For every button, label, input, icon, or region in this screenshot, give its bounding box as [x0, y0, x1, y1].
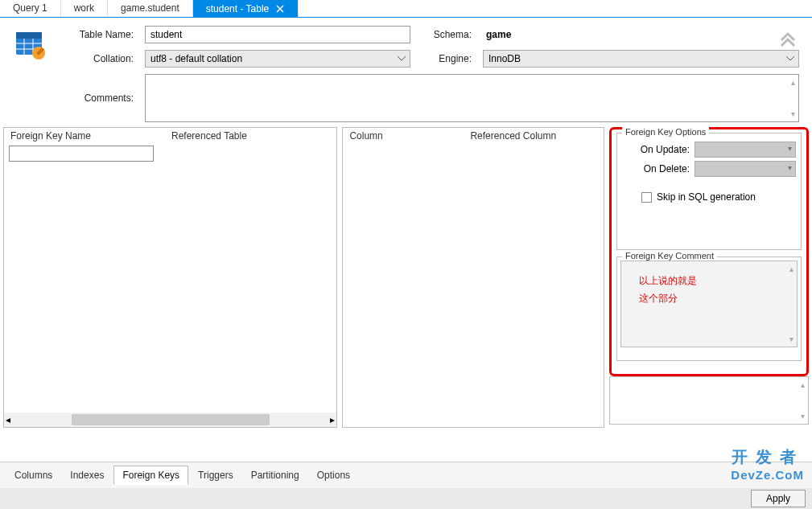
tab-game-student[interactable]: game.student — [108, 0, 193, 17]
engine-label: Engine: — [418, 53, 475, 64]
fk-comment-title: Foreign Key Comment — [622, 251, 717, 261]
tab-indexes[interactable]: Indexes — [62, 466, 112, 484]
collapse-icon[interactable] — [778, 29, 798, 48]
tab-triggers[interactable]: Triggers — [190, 466, 241, 484]
collation-value: utf8 - default collation — [150, 53, 242, 64]
tab-partitioning[interactable]: Partitioning — [243, 466, 307, 484]
fk-name-input[interactable] — [9, 146, 154, 162]
chevron-down-icon: ▾ — [788, 144, 792, 153]
scroll-right-icon[interactable]: ▸ — [330, 414, 335, 425]
comments-label: Comments: — [56, 92, 137, 104]
col-column[interactable]: Column — [343, 128, 464, 144]
engine-select[interactable]: InnoDB — [483, 50, 799, 68]
tab-options[interactable]: Options — [309, 466, 358, 484]
skip-sql-label: Skip in SQL generation — [657, 191, 756, 203]
scroll-down-icon[interactable]: ▾ — [789, 335, 793, 343]
scroll-up-icon[interactable]: ▴ — [791, 78, 795, 87]
tab-student-table[interactable]: student - Table — [193, 0, 299, 17]
scroll-left-icon[interactable]: ◂ — [6, 414, 10, 425]
collation-select[interactable]: utf8 - default collation — [145, 50, 410, 68]
table-editor-tabs: Columns Indexes Foreign Keys Triggers Pa… — [0, 462, 812, 488]
col-fk-name[interactable]: Foreign Key Name — [4, 128, 165, 144]
extra-panel: ▴ ▾ — [609, 376, 809, 425]
tab-columns[interactable]: Columns — [6, 466, 60, 484]
on-update-label: On Update: — [622, 144, 695, 155]
fk-grid-body[interactable] — [4, 144, 336, 413]
scroll-up-icon[interactable]: ▴ — [789, 265, 793, 273]
tab-foreign-keys[interactable]: Foreign Keys — [113, 466, 188, 485]
fk-options-title: Foreign Key Options — [622, 127, 709, 137]
close-icon[interactable] — [275, 4, 285, 14]
on-delete-label: On Delete: — [622, 163, 695, 174]
schema-value: game — [483, 29, 799, 40]
skip-sql-checkbox[interactable] — [641, 192, 652, 203]
table-name-label: Table Name: — [56, 29, 137, 40]
fk-options-panel: Foreign Key Options On Update: ▾ On Dele… — [609, 127, 809, 376]
scroll-down-icon[interactable]: ▾ — [801, 412, 805, 421]
tab-label: Query 1 — [13, 2, 47, 14]
tab-label: work — [74, 2, 94, 14]
scrollbar-thumb[interactable] — [72, 414, 270, 425]
fk-comment-textarea[interactable]: 以上说的就是 这个部分 ▴ ▾ — [620, 261, 798, 347]
tab-label: student - Table — [206, 3, 270, 14]
table-properties-form: Table Name: Schema: game Collation: utf8… — [0, 18, 812, 127]
table-icon — [13, 29, 48, 64]
fk-columns-panel: Column Referenced Column — [342, 127, 604, 428]
scroll-up-icon[interactable]: ▴ — [801, 380, 805, 389]
apply-button[interactable]: Apply — [751, 490, 806, 507]
on-delete-select[interactable]: ▾ — [695, 161, 796, 177]
footer-bar: Apply — [0, 488, 812, 509]
engine-value: InnoDB — [488, 53, 521, 64]
annotation-text: 以上说的就是 这个部分 — [639, 271, 697, 307]
fk-list-panel: Foreign Key Name Referenced Table ◂ ▸ — [3, 127, 337, 428]
comments-textarea[interactable]: ▴ ▾ — [145, 74, 799, 122]
tab-work[interactable]: work — [61, 0, 108, 17]
schema-label: Schema: — [418, 29, 475, 40]
col-ref-table[interactable]: Referenced Table — [165, 128, 253, 144]
tab-query1[interactable]: Query 1 — [0, 0, 61, 17]
collation-label: Collation: — [56, 53, 137, 64]
on-update-select[interactable]: ▾ — [695, 142, 796, 158]
editor-tab-bar: Query 1 work game.student student - Tabl… — [0, 0, 812, 18]
tab-label: game.student — [121, 2, 179, 14]
chevron-down-icon: ▾ — [788, 163, 792, 172]
table-name-input[interactable] — [145, 26, 410, 43]
horizontal-scrollbar[interactable]: ◂ ▸ — [4, 413, 336, 427]
scroll-down-icon[interactable]: ▾ — [791, 109, 795, 118]
foreign-keys-editor: Foreign Key Name Referenced Table ◂ ▸ Co… — [0, 127, 812, 428]
svg-rect-1 — [16, 32, 42, 39]
col-ref-column[interactable]: Referenced Column — [464, 128, 563, 144]
